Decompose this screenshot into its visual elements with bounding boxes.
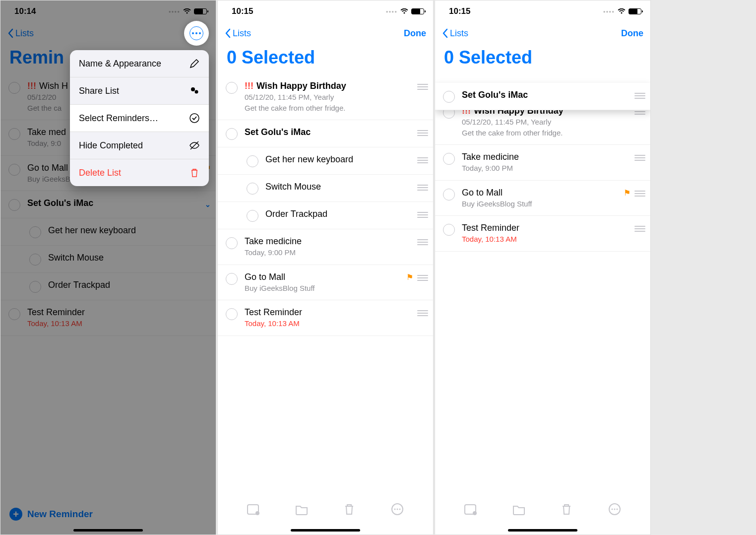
select-radio[interactable]: [443, 224, 455, 236]
svg-point-1: [195, 90, 198, 94]
folder-icon[interactable]: [295, 503, 309, 516]
status-time: 10:15: [232, 6, 253, 16]
cellular-dots-icon: ●●●●: [603, 9, 615, 14]
trash-icon[interactable]: [342, 503, 356, 516]
select-radio[interactable]: [226, 308, 238, 320]
battery-icon: [411, 8, 424, 14]
home-indicator[interactable]: [508, 529, 577, 532]
bottom-toolbar: [218, 498, 433, 525]
screen-dragging: 10:15 ●●●● Lists Done 0 Selected Set Gol…: [435, 0, 651, 535]
select-radio[interactable]: [443, 91, 455, 103]
select-radio[interactable]: [443, 153, 455, 165]
svg-point-0: [191, 87, 195, 91]
reminder-row[interactable]: Go to Mall⚑ Buy iGeeksBlog Stuff: [218, 265, 433, 301]
status-time: 10:15: [449, 6, 470, 16]
drag-handle-icon[interactable]: [417, 212, 428, 218]
select-radio[interactable]: [226, 237, 238, 249]
reminder-row[interactable]: Order Trackpad: [218, 202, 433, 229]
drag-handle-icon[interactable]: [634, 226, 645, 232]
status-bar: 10:15 ●●●●: [218, 0, 433, 22]
select-radio[interactable]: [226, 128, 238, 140]
drag-handle-icon[interactable]: [417, 239, 428, 245]
drag-handle-icon[interactable]: [417, 130, 428, 136]
wifi-icon: [400, 8, 408, 14]
battery-icon: [629, 8, 641, 14]
menu-delete-list[interactable]: Delete List: [70, 159, 209, 186]
svg-point-13: [611, 509, 613, 510]
reminder-row[interactable]: Take medicine Today, 9:00 PM: [218, 229, 433, 265]
svg-point-14: [614, 509, 615, 510]
page-title: 0 Selected: [435, 44, 650, 74]
screen-menu-open: 10:14 ●●●● Lists Remin !!!Wish H 05/12/2…: [0, 0, 216, 535]
select-radio[interactable]: [226, 273, 238, 285]
drag-handle-icon[interactable]: [417, 157, 428, 163]
status-bar: 10:15 ●●●●: [435, 0, 650, 22]
reminder-row[interactable]: Go to Mall⚑ Buy iGeeksBlog Stuff: [435, 181, 650, 216]
drag-handle-icon[interactable]: [634, 93, 645, 99]
context-menu: Name & Appearance Share List Select Remi…: [70, 50, 209, 186]
select-radio[interactable]: [443, 189, 455, 201]
back-button[interactable]: Lists: [225, 28, 251, 39]
svg-point-9: [399, 509, 400, 510]
reminder-row[interactable]: Take medicine Today, 9:00 PM: [435, 145, 650, 181]
svg-point-11: [473, 511, 477, 515]
more-icon[interactable]: [608, 503, 622, 516]
flag-icon: ⚑: [624, 188, 630, 198]
back-label: Lists: [233, 28, 251, 39]
chevron-left-icon: [225, 28, 231, 38]
calendar-icon[interactable]: [464, 503, 478, 516]
done-button[interactable]: Done: [404, 28, 426, 39]
menu-hide-completed[interactable]: Hide Completed: [70, 132, 209, 159]
cellular-dots-icon: ●●●●: [386, 9, 397, 14]
nav-bar: Lists Done: [218, 22, 433, 44]
trash-icon: [189, 167, 200, 178]
drag-handle-icon[interactable]: [417, 185, 428, 191]
drag-handle-icon[interactable]: [634, 155, 645, 161]
bottom-toolbar: [435, 498, 650, 525]
page-title: 0 Selected: [218, 44, 433, 74]
wifi-icon: [618, 8, 626, 14]
reminder-row[interactable]: Set Golu's iMac: [218, 120, 433, 147]
checkmark-circle-icon: [189, 113, 200, 124]
back-label: Lists: [450, 28, 468, 39]
trash-icon[interactable]: [560, 503, 573, 516]
select-radio[interactable]: [247, 210, 258, 222]
drag-handle-icon[interactable]: [417, 84, 428, 90]
drag-handle-icon[interactable]: [417, 275, 428, 281]
reminder-list: !!!Wish Happy Birthday 05/12/20, 11:45 P…: [435, 99, 650, 252]
svg-point-8: [396, 509, 398, 510]
back-button[interactable]: Lists: [442, 28, 468, 39]
reminder-row[interactable]: Test Reminder Today, 10:13 AM: [435, 216, 650, 252]
select-radio[interactable]: [247, 155, 258, 167]
more-icon[interactable]: [390, 503, 404, 516]
reminder-row[interactable]: Switch Mouse: [218, 175, 433, 202]
folder-icon[interactable]: [512, 503, 526, 516]
reminder-row[interactable]: Get her new keyboard: [218, 147, 433, 175]
menu-select-reminders[interactable]: Select Reminders…: [70, 105, 209, 132]
reminder-list: !!!Wish Happy Birthday 05/12/20, 11:45 P…: [218, 74, 433, 336]
menu-name-appearance[interactable]: Name & Appearance: [70, 50, 209, 77]
home-indicator[interactable]: [291, 529, 360, 532]
pencil-icon: [189, 58, 200, 69]
reminder-row[interactable]: !!!Wish Happy Birthday 05/12/20, 11:45 P…: [218, 74, 433, 120]
drag-handle-icon[interactable]: [634, 191, 645, 197]
svg-point-7: [394, 509, 395, 510]
share-people-icon: [189, 85, 200, 96]
select-radio[interactable]: [247, 183, 258, 195]
svg-point-15: [616, 509, 618, 510]
flag-icon: ⚑: [406, 272, 413, 282]
chevron-left-icon: [442, 28, 448, 38]
svg-point-5: [255, 511, 259, 515]
dragging-row[interactable]: Set Golu's iMac: [435, 83, 650, 110]
screen-select-mode: 10:15 ●●●● Lists Done 0 Selected !!!Wish…: [217, 0, 434, 535]
eye-slash-icon: [189, 140, 200, 151]
nav-bar: Lists Done: [435, 22, 650, 44]
calendar-icon[interactable]: [247, 503, 260, 516]
reminder-row[interactable]: Test Reminder Today, 10:13 AM: [218, 300, 433, 336]
menu-share-list[interactable]: Share List: [70, 77, 209, 105]
svg-point-2: [190, 114, 199, 123]
drag-handle-icon[interactable]: [417, 310, 428, 316]
done-button[interactable]: Done: [621, 28, 643, 39]
select-radio[interactable]: [226, 82, 238, 94]
more-button[interactable]: [184, 21, 209, 46]
